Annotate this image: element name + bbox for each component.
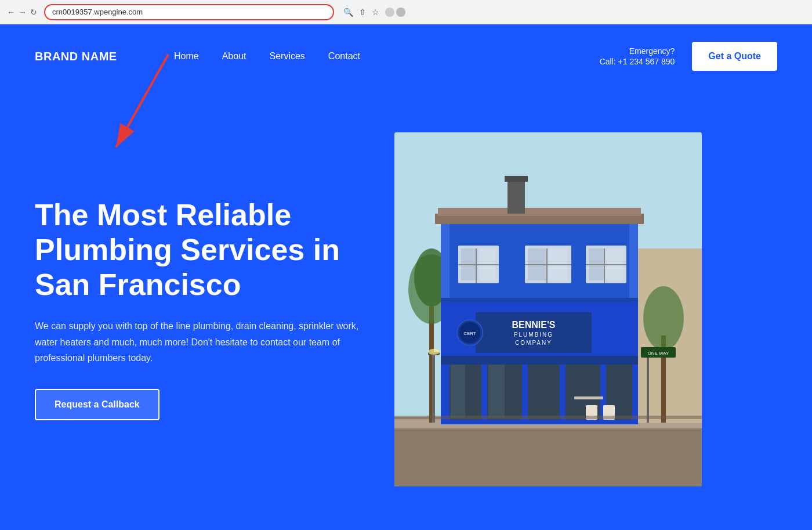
svg-text:BENNIE'S: BENNIE'S xyxy=(512,320,556,330)
hero-section: The Most Reliable Plumbing Services in S… xyxy=(0,88,812,530)
svg-text:PLUMBING: PLUMBING xyxy=(514,331,553,338)
svg-text:COMPANY: COMPANY xyxy=(515,340,552,346)
svg-rect-50 xyxy=(441,356,638,365)
svg-rect-48 xyxy=(451,363,465,418)
nav-about[interactable]: About xyxy=(222,51,246,62)
svg-text:CERT: CERT xyxy=(463,331,476,336)
callback-button[interactable]: Request a Callback xyxy=(35,389,160,420)
svg-rect-57 xyxy=(647,347,649,423)
svg-rect-52 xyxy=(574,396,603,399)
bookmark-icon[interactable]: ☆ xyxy=(372,8,379,17)
website-content: BRAND NAME Home About Services Contact E… xyxy=(0,24,812,530)
svg-rect-17 xyxy=(507,179,525,214)
share-icon[interactable]: ⇧ xyxy=(359,8,366,17)
svg-point-11 xyxy=(643,286,684,350)
site-header: BRAND NAME Home About Services Contact E… xyxy=(0,24,812,88)
profile-dot xyxy=(385,8,394,17)
brand-name: BRAND NAME xyxy=(35,50,139,63)
hero-subtitle: We can supply you with top of the line p… xyxy=(35,318,360,366)
reload-button[interactable]: ↻ xyxy=(30,8,37,17)
back-button[interactable]: ← xyxy=(7,8,15,17)
svg-text:ONE WAY: ONE WAY xyxy=(648,351,670,356)
hero-title: The Most Reliable Plumbing Services in S… xyxy=(35,198,371,302)
emergency-phone: Call: +1 234 567 890 xyxy=(600,57,675,66)
get-quote-button[interactable]: Get a Quote xyxy=(692,42,777,71)
nav-home[interactable]: Home xyxy=(174,51,199,62)
svg-rect-34 xyxy=(441,298,638,302)
zoom-icon[interactable]: 🔍 xyxy=(343,8,353,17)
browser-icons: 🔍 ⇧ ☆ xyxy=(343,8,405,17)
profile-dot-2 xyxy=(396,8,405,17)
svg-rect-16 xyxy=(438,208,641,216)
svg-rect-45 xyxy=(528,362,560,420)
emergency-label: Emergency? xyxy=(600,46,675,56)
forward-button[interactable]: → xyxy=(19,8,27,17)
svg-point-56 xyxy=(428,349,440,355)
url-text: crn0019357.wpengine.com xyxy=(52,8,143,16)
nav-contact[interactable]: Contact xyxy=(328,51,360,62)
svg-rect-49 xyxy=(488,363,505,418)
svg-rect-3 xyxy=(394,423,702,486)
emergency-block: Emergency? Call: +1 234 567 890 xyxy=(600,46,675,66)
browser-nav-group: ← → ↻ xyxy=(7,8,37,17)
main-nav: Home About Services Contact xyxy=(139,51,600,62)
svg-rect-18 xyxy=(505,176,528,182)
browser-chrome: ← → ↻ crn0019357.wpengine.com 🔍 ⇧ ☆ xyxy=(0,0,812,24)
building-illustration: BENNIE'S PLUMBING COMPANY CERT xyxy=(394,132,702,486)
profile-area xyxy=(385,8,405,17)
nav-services[interactable]: Services xyxy=(270,51,305,62)
hero-content: The Most Reliable Plumbing Services in S… xyxy=(35,198,394,420)
hero-image: BENNIE'S PLUMBING COMPANY CERT xyxy=(394,132,702,486)
address-bar[interactable]: crn0019357.wpengine.com xyxy=(44,4,334,20)
svg-rect-60 xyxy=(394,416,702,419)
svg-rect-54 xyxy=(432,353,435,423)
